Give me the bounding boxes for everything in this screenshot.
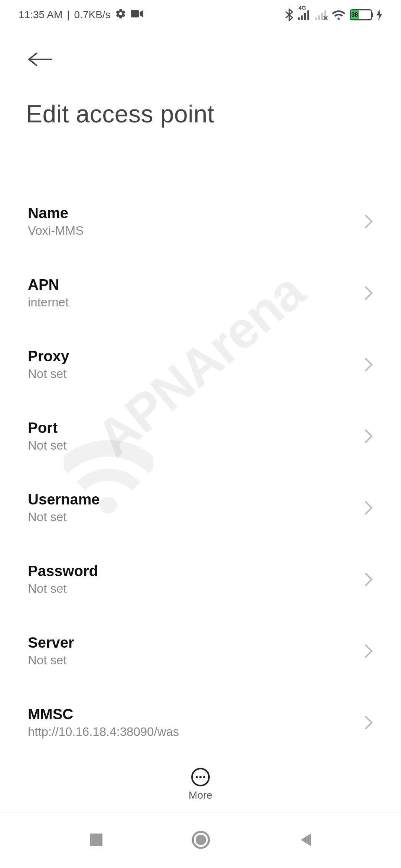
svg-rect-6: [318, 16, 320, 20]
svg-rect-0: [131, 10, 139, 17]
more-button[interactable]: More: [0, 764, 401, 805]
status-right: 4G 38: [285, 9, 382, 21]
svg-rect-7: [321, 13, 323, 20]
row-label: Port: [28, 420, 364, 436]
back-arrow-icon[interactable]: [26, 52, 54, 67]
battery-level: 38: [351, 10, 359, 19]
camera-icon: [131, 9, 143, 21]
row-value: internet: [28, 295, 364, 309]
wifi-icon: [332, 10, 345, 20]
row-mmsc[interactable]: MMSC http://10.16.18.4:38090/was: [28, 687, 373, 758]
row-proxy[interactable]: Proxy Not set: [28, 329, 373, 400]
system-nav-bar: [0, 812, 401, 868]
row-label: Username: [28, 491, 364, 508]
row-username[interactable]: Username Not set: [28, 472, 373, 543]
signal-4g-icon: 4G: [298, 10, 310, 20]
charging-icon: [376, 9, 382, 20]
row-port[interactable]: Port Not set: [28, 400, 373, 472]
nav-back-icon[interactable]: [298, 832, 313, 849]
gear-icon: [115, 8, 126, 22]
nav-recents-icon[interactable]: [88, 832, 104, 849]
chevron-right-icon: [364, 644, 373, 658]
settings-list: Name Voxi-MMS APN internet Proxy Not set…: [0, 185, 401, 775]
chevron-right-icon: [364, 214, 373, 229]
row-value: Not set: [28, 653, 364, 667]
svg-rect-1: [298, 17, 300, 20]
row-value: Not set: [28, 582, 364, 596]
row-apn[interactable]: APN internet: [28, 257, 373, 329]
chevron-right-icon: [364, 500, 373, 515]
chevron-right-icon: [364, 572, 373, 587]
row-label: Proxy: [28, 348, 364, 365]
row-label: Password: [28, 563, 364, 579]
chevron-right-icon: [364, 715, 373, 730]
row-label: Name: [28, 205, 364, 221]
svg-point-14: [196, 834, 206, 845]
row-label: APN: [28, 276, 364, 293]
bluetooth-icon: [285, 9, 293, 21]
status-divider: |: [67, 9, 69, 21]
row-server[interactable]: Server Not set: [28, 615, 373, 687]
row-value: Not set: [28, 438, 364, 453]
svg-rect-5: [315, 17, 317, 20]
more-label: More: [189, 789, 212, 801]
status-bar: 11:35 AM | 0.7KB/s 4G 38: [0, 0, 401, 30]
chevron-right-icon: [364, 286, 373, 300]
chevron-right-icon: [364, 357, 373, 372]
chevron-right-icon: [364, 429, 373, 444]
svg-rect-3: [304, 13, 306, 20]
status-time: 11:35 AM: [19, 9, 62, 21]
row-value: http://10.16.18.4:38090/was: [28, 725, 364, 739]
status-left: 11:35 AM | 0.7KB/s: [19, 8, 143, 22]
row-label: Server: [28, 634, 364, 651]
battery-icon: 38: [350, 9, 372, 20]
header-bar: [0, 30, 401, 76]
row-name[interactable]: Name Voxi-MMS: [28, 185, 373, 257]
page-title: Edit access point: [0, 76, 401, 139]
svg-rect-2: [301, 16, 303, 20]
signal-nosim-icon: [315, 10, 327, 20]
row-value: Voxi-MMS: [28, 224, 364, 238]
more-icon: [191, 768, 210, 786]
svg-rect-4: [307, 10, 309, 20]
row-value: Not set: [28, 510, 364, 524]
row-label: MMSC: [28, 706, 364, 723]
row-password[interactable]: Password Not set: [28, 543, 373, 615]
status-rate: 0.7KB/s: [74, 9, 111, 21]
nav-home-icon[interactable]: [191, 830, 211, 851]
svg-rect-12: [90, 834, 102, 846]
row-value: Not set: [28, 367, 364, 381]
